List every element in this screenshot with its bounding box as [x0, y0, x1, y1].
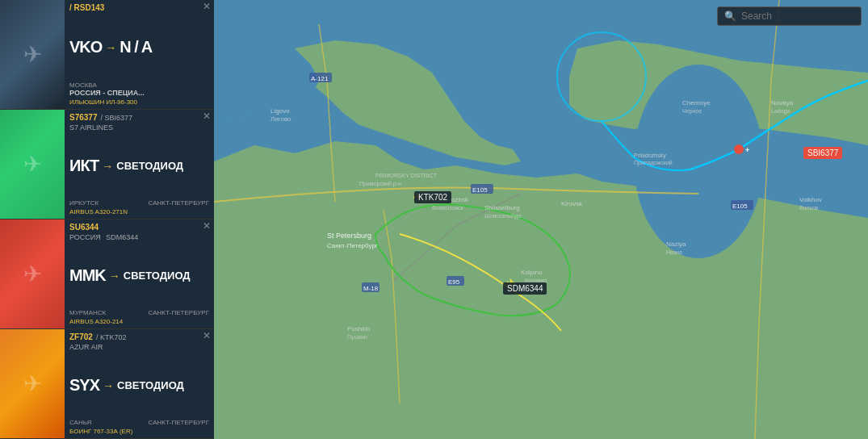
flight-info-s76377: ✕ S76377 / SBI6377 S7 AIRLINES ИКТ → СВЕ… [65, 110, 214, 219]
origin-code-rsd143: VKO [69, 38, 102, 56]
origin-city-zf702: САНЬЯ [69, 419, 91, 426]
plane-icon-su: ✈ [0, 220, 65, 328]
svg-text:Priladozhsky: Priladozhsky [634, 153, 666, 159]
svg-text:Pushkin: Pushkin [347, 325, 370, 332]
svg-text:Novaya: Novaya [771, 99, 794, 107]
svg-text:M-18: M-18 [363, 285, 379, 292]
svg-text:PRIMORSKY DISTRICT: PRIMORSKY DISTRICT [375, 173, 438, 178]
dest-code-s76377: СВЕТОДИОД [116, 160, 183, 172]
route-arrow-rsd143: → [105, 41, 116, 54]
flight-header-rsd143: / RSD143 [69, 3, 209, 12]
svg-text:Naziya: Naziya [666, 240, 686, 248]
close-button-zf702[interactable]: ✕ [203, 331, 211, 341]
flight-header-s76377: S76377 / SBI6377 [69, 113, 209, 122]
route-row-rsd143: VKO → N / A [69, 14, 209, 81]
flight-info-su6344: ✕ SU6344 РОССИЯ SDM6344 МMK → СВЕТОДИОД … [65, 220, 214, 328]
flight-photo-su6344: ✈ [0, 220, 65, 328]
svg-text:Шлиссельбург: Шлиссельбург [484, 213, 522, 220]
dest-code-zf702: СВЕТОДИОД [117, 379, 184, 391]
flight-number-s76377: S76377 [69, 113, 97, 122]
origin-code-su6344: МMK [69, 266, 106, 285]
dest-code-su6344: СВЕТОДИОД [124, 270, 191, 282]
svg-text:Shlisselburg: Shlisselburg [484, 204, 520, 211]
dest-city-zf702: САНКТ-ПЕТЕРБУРГ [149, 419, 209, 426]
aircraft-s76377: AIRBUS A320-271N [69, 208, 209, 215]
search-input[interactable] [741, 10, 854, 22]
flight-card-s76377[interactable]: ✈ ✕ S76377 / SBI6377 S7 AIRLINES ИКТ → С… [0, 110, 214, 220]
flight-header-su6344: SU6344 [69, 223, 209, 232]
svg-text:Chernoye: Chernoye [682, 99, 711, 107]
flight-number-rsd143: / RSD143 [69, 3, 104, 12]
plane-icon-zf: ✈ [0, 329, 65, 438]
flight-list-panel: ✈ ✕ / RSD143 VKO → N / A МОСКВА РОССИЯ -… [0, 0, 214, 439]
svg-text:E95: E95 [448, 278, 460, 286]
flight-photo-zf702: ✈ [0, 329, 65, 438]
svg-text:Лигово: Лигово [270, 115, 291, 123]
svg-text:Ladoga: Ladoga [771, 108, 790, 115]
route-arrow-zf702: → [103, 379, 114, 392]
callsign-s76377: / SBI6377 [100, 114, 132, 122]
airline-su6344: РОССИЯ SDM6344 [69, 233, 209, 241]
close-button-s76377[interactable]: ✕ [203, 111, 211, 121]
aircraft-zf702: БОИНГ 767-33А (ER) [69, 428, 209, 435]
svg-text:Kolpino: Kolpino [521, 269, 543, 276]
route-arrow-s76377: → [102, 160, 113, 173]
flight-card-rsd143[interactable]: ✈ ✕ / RSD143 VKO → N / A МОСКВА РОССИЯ -… [0, 0, 214, 110]
city-row-s76377: ИРКУТСК САНКТ-ПЕТЕРБУРГ [69, 199, 209, 207]
callsign-zf702: / KTK702 [96, 333, 127, 341]
close-button-su6344[interactable]: ✕ [203, 221, 211, 231]
svg-text:Санкт-Петербург: Санкт-Петербург [327, 242, 378, 249]
map-label-sbi6377: SBI6377 [803, 147, 842, 159]
city-row-su6344: МУРМАНСК САНКТ-ПЕТЕРБУРГ [69, 309, 209, 316]
map-label-sdm6344: SDM6344 [503, 282, 547, 295]
origin-city-su6344: МУРМАНСК [69, 309, 106, 316]
search-icon: 🔍 [724, 10, 736, 22]
svg-point-12 [734, 144, 744, 154]
svg-text:+: + [745, 146, 749, 154]
svg-text:Черное: Черное [682, 108, 702, 115]
origin-city-rsd143: МОСКВА [69, 82, 97, 89]
flight-info-rsd143: ✕ / RSD143 VKO → N / A МОСКВА РОССИЯ - С… [65, 0, 214, 109]
city-row-rsd143: МОСКВА [69, 82, 209, 89]
flight-number-zf702: ZF702 [69, 332, 93, 341]
dest-city-s76377: САНКТ-ПЕТЕРБУРГ [149, 199, 209, 207]
flight-card-zf702[interactable]: ✈ ✕ ZF702 / KTK702 AZUR AIR SYX → СВЕТОД… [0, 329, 214, 439]
origin-code-zf702: SYX [69, 376, 99, 395]
airline-zf702: AZUR AIR [69, 343, 209, 351]
flight-info-zf702: ✕ ZF702 / KTK702 AZUR AIR SYX → СВЕТОДИО… [65, 329, 214, 438]
route-row-zf702: SYX → СВЕТОДИОД [69, 353, 209, 418]
svg-text:Всеволожск: Всеволожск [432, 205, 464, 211]
svg-text:Волхов: Волхов [799, 205, 819, 211]
dest-city-su6344: САНКТ-ПЕТЕРБУРГ [149, 309, 209, 316]
svg-text:A-121: A-121 [311, 75, 329, 82]
map-area[interactable]: ✈ ✈ + St Petersburg Санкт-Петербург Ligo… [214, 0, 868, 439]
route-row-su6344: МMK → СВЕТОДИОД [69, 243, 209, 308]
route-arrow-su6344: → [109, 270, 120, 282]
svg-text:Пушкин: Пушкин [347, 334, 367, 341]
route-row-s76377: ИКТ → СВЕТОДИОД [69, 133, 209, 199]
svg-text:E105: E105 [732, 203, 748, 210]
plane-icon-rsd: ✈ [0, 0, 65, 109]
airline-name-su: РОССИЯ [69, 233, 101, 241]
svg-text:Приморский р-н: Приморский р-н [359, 181, 401, 187]
svg-text:Kirovsk: Kirovsk [561, 200, 583, 207]
callsign-su6344: SDM6344 [106, 233, 138, 241]
app-container: ✈ ✕ / RSD143 VKO → N / A МОСКВА РОССИЯ -… [0, 0, 868, 439]
flight-photo-s76377: ✈ [0, 110, 65, 219]
svg-text:Ligovo: Ligovo [270, 107, 290, 115]
svg-text:Volkhov: Volkhov [799, 196, 822, 203]
map-label-ktk702: KTK702 [414, 191, 451, 203]
close-button-rsd143[interactable]: ✕ [203, 2, 211, 11]
flight-photo-rsd143: ✈ [0, 0, 65, 109]
airline-s76377: S7 AIRLINES [69, 123, 209, 132]
aircraft-rsd143: ИЛЬЮШИН ИЛ-96-300 [69, 98, 209, 106]
svg-text:Назия: Назия [666, 249, 682, 255]
origin-city-s76377: ИРКУТСК [69, 199, 99, 207]
flight-header-zf702: ZF702 / KTK702 [69, 332, 209, 341]
flight-card-su6344[interactable]: ✈ ✕ SU6344 РОССИЯ SDM6344 МMK → СВЕТОДИО… [0, 220, 214, 329]
airline-rsd143: РОССИЯ - СПЕЦИА... [69, 89, 209, 97]
plane-icon-s7: ✈ [0, 110, 65, 219]
svg-text:E105: E105 [472, 186, 488, 194]
origin-code-s76377: ИКТ [69, 157, 99, 175]
search-bar[interactable]: 🔍 [717, 6, 862, 26]
